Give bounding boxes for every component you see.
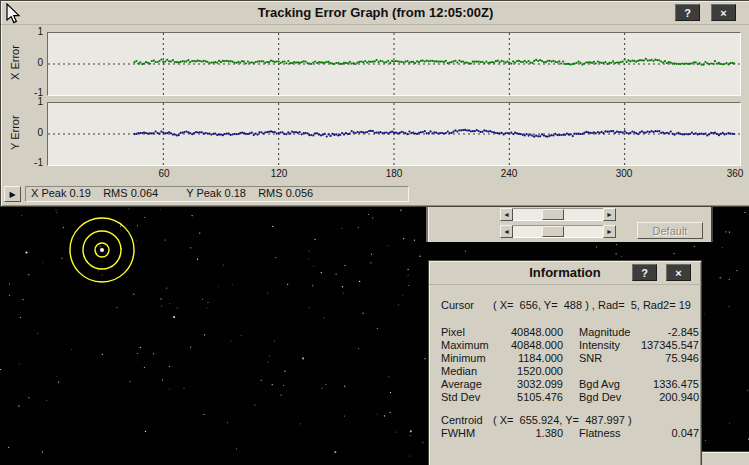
ytick: 0: [25, 57, 43, 68]
xtick: 180: [386, 168, 403, 179]
tracking-error-window: Tracking Error Graph (from 12:05:00Z) ? …: [0, 0, 749, 207]
flatness-label: Flatness: [579, 427, 637, 440]
slider-2: ◄ ►: [500, 225, 616, 238]
slider-thumb[interactable]: [542, 226, 564, 237]
screen: ◄ ► ◄ ► Default Tracking Error Graph (fr…: [0, 0, 749, 465]
stat-value: 1336.475: [637, 378, 699, 391]
cursor-value: ( X= 656, Y= 488 ) , Rad= 5, Rad2= 19: [493, 299, 699, 312]
stat-label: [579, 365, 637, 378]
play-button[interactable]: ▶: [4, 186, 21, 202]
y-peak-rms: Y Peak 0.18 RMS 0.056: [186, 187, 313, 201]
centroid-label: Centroid: [441, 414, 493, 427]
stat-value: 1184.000: [493, 352, 563, 365]
scroll-right-button[interactable]: ►: [603, 208, 616, 221]
cursor-label: Cursor: [441, 299, 493, 312]
fwhm-label: FWHM: [441, 427, 493, 440]
xtick: 360: [727, 168, 744, 179]
ytick: 1: [25, 96, 43, 107]
window-title: Information: [529, 265, 601, 280]
target-reticle: [62, 210, 142, 290]
stat-label: Std Dev: [441, 391, 493, 404]
close-button[interactable]: ×: [711, 4, 736, 21]
stat-value: -2.845: [637, 326, 699, 339]
slider-track[interactable]: [513, 208, 603, 221]
scroll-left-button[interactable]: ◄: [500, 208, 513, 221]
stat-label: Maximum: [441, 339, 493, 352]
stat-label: Median: [441, 365, 493, 378]
tracking-stats-panel: X Peak 0.19 RMS 0.064 Y Peak 0.18 RMS 0.…: [25, 186, 409, 202]
stat-label: Intensity: [579, 339, 637, 352]
y-error-axis-label: Y Error: [9, 102, 23, 164]
centroid-value: ( X= 655.924, Y= 487.997 ): [493, 414, 699, 427]
settings-panel: ◄ ► ◄ ► Default: [426, 205, 713, 242]
x-error-plot: [47, 32, 741, 96]
stat-value: 3032.099: [493, 378, 563, 391]
x-peak-rms: X Peak 0.19 RMS 0.064: [31, 187, 158, 201]
scroll-right-button[interactable]: ►: [603, 225, 616, 238]
ytick: 0: [25, 127, 43, 138]
stat-label: Magnitude: [579, 326, 637, 339]
stat-value: 40848.000: [493, 326, 563, 339]
stat-value: [637, 365, 699, 378]
fwhm-value: 1.380: [493, 427, 563, 440]
slider-1: ◄ ►: [500, 208, 616, 221]
ytick: 1: [25, 26, 43, 37]
xtick: 120: [271, 168, 288, 179]
help-button[interactable]: ?: [675, 4, 700, 21]
stat-label: Bgd Dev: [579, 391, 637, 404]
information-window: Information ? × Cursor ( X= 656, Y= 488 …: [428, 260, 702, 465]
stat-value: 5105.476: [493, 391, 563, 404]
stat-label: Bgd Avg: [579, 378, 637, 391]
stat-label: SNR: [579, 352, 637, 365]
xtick: 240: [501, 168, 518, 179]
slider-track[interactable]: [513, 225, 603, 238]
y-error-plot: [47, 102, 741, 166]
flatness-value: 0.047: [637, 427, 699, 440]
x-error-axis-label: X Error: [9, 32, 23, 94]
info-window-titlebar[interactable]: Information ? ×: [429, 261, 701, 285]
stat-value: 200.940: [637, 391, 699, 404]
scroll-left-button[interactable]: ◄: [500, 225, 513, 238]
tracking-window-titlebar[interactable]: Tracking Error Graph (from 12:05:00Z) ? …: [1, 1, 749, 25]
close-button[interactable]: ×: [666, 264, 691, 281]
stat-value: 40848.000: [493, 339, 563, 352]
xtick: 60: [158, 168, 169, 179]
help-button[interactable]: ?: [632, 264, 657, 281]
stat-value: 1520.000: [493, 365, 563, 378]
stat-value: 137345.547: [637, 339, 699, 352]
ytick: -1: [25, 157, 43, 168]
stat-value: 75.946: [637, 352, 699, 365]
stat-label: Minimum: [441, 352, 493, 365]
info-content: Cursor ( X= 656, Y= 488 ) , Rad= 5, Rad2…: [429, 285, 701, 440]
xtick: 300: [616, 168, 633, 179]
stat-label: Average: [441, 378, 493, 391]
slider-thumb[interactable]: [542, 209, 564, 220]
tracking-statusbar: ▶ X Peak 0.19 RMS 0.064 Y Peak 0.18 RMS …: [4, 185, 409, 203]
tracked-star: [100, 248, 104, 252]
window-title: Tracking Error Graph (from 12:05:00Z): [258, 5, 494, 20]
default-button[interactable]: Default: [637, 222, 703, 239]
stat-label: Pixel: [441, 326, 493, 339]
